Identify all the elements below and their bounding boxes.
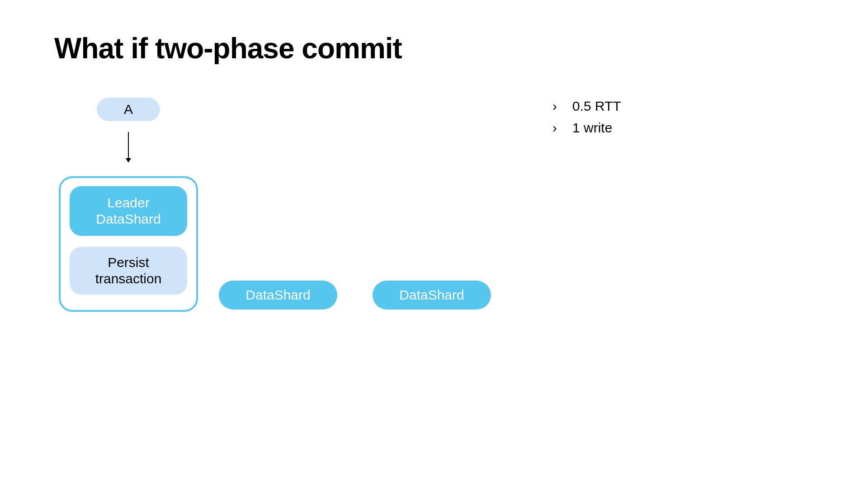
arrow-down-icon xyxy=(126,132,131,163)
persist-line1: Persist xyxy=(108,254,149,271)
arrow-head xyxy=(126,158,131,163)
node-a-label: A xyxy=(124,102,133,117)
datashard-node-2: DataShard xyxy=(219,281,337,310)
bullet-text-1: 0.5 RTT xyxy=(572,99,621,114)
node-a: A xyxy=(97,98,160,121)
datashard-3-label: DataShard xyxy=(399,287,464,303)
bullet-list: › 0.5 RTT › 1 write xyxy=(552,99,621,142)
datashard-2-label: DataShard xyxy=(245,287,310,303)
persist-transaction-node: Persist transaction xyxy=(70,247,187,295)
datashard-node-3: DataShard xyxy=(373,281,491,310)
persist-line2: transaction xyxy=(95,271,162,287)
leader-line2: DataShard xyxy=(96,211,160,227)
bullet-item: › 1 write xyxy=(552,120,621,136)
leader-datashard-node: Leader DataShard xyxy=(70,186,187,236)
bullet-item: › 0.5 RTT xyxy=(552,99,621,114)
slide-title: What if two-phase commit xyxy=(54,32,402,65)
chevron-right-icon: › xyxy=(552,99,557,114)
bullet-text-2: 1 write xyxy=(572,120,612,136)
arrow-line xyxy=(128,132,129,158)
leader-line1: Leader xyxy=(107,195,149,211)
leader-container: Leader DataShard Persist transaction xyxy=(59,176,198,312)
chevron-right-icon: › xyxy=(552,120,557,136)
